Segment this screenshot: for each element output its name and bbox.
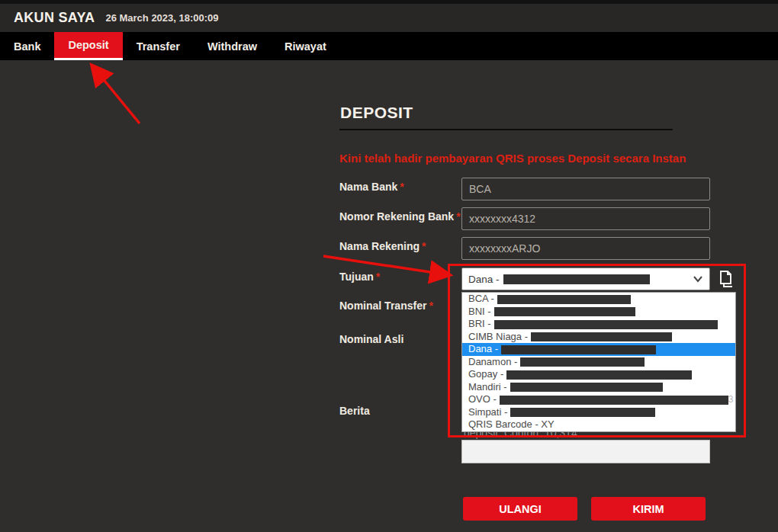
option-label: Simpati - xyxy=(468,406,507,418)
label-text: Nomor Rekening Bank xyxy=(339,210,454,223)
dropdown-option-cimb-niaga[interactable]: CIMB Niaga - xyxy=(462,331,735,344)
deposit-page: AKUN SAYA 26 March 2023, 18:00:09 Bank D… xyxy=(0,0,778,532)
required-asterisk: * xyxy=(376,271,380,283)
dropdown-option-dana[interactable]: Dana - xyxy=(462,343,735,356)
dropdown-option-gopay[interactable]: Gopay - xyxy=(462,368,735,381)
required-asterisk: * xyxy=(456,210,460,223)
nama-rekening-value: xxxxxxxxARJO xyxy=(469,242,540,255)
option-label: OVO - xyxy=(468,393,497,405)
redaction-bar xyxy=(497,295,631,304)
tujuan-selected-value: Dana - xyxy=(468,274,500,285)
qris-notice: Kini telah hadir pembayaran QRIS proses … xyxy=(339,152,686,165)
account-header: AKUN SAYA 26 March 2023, 18:00:09 xyxy=(0,4,778,32)
nominal-transfer-label: Nominal Transfer* xyxy=(339,300,433,312)
tab-withdraw[interactable]: Withdraw xyxy=(194,32,271,60)
tab-riwayat[interactable]: Riwayat xyxy=(271,32,340,60)
required-asterisk: * xyxy=(422,240,426,252)
tujuan-select[interactable]: Dana - xyxy=(461,268,710,290)
dropdown-option-simpati[interactable]: Simpati - xyxy=(462,406,735,419)
redaction-bar xyxy=(506,370,692,380)
dropdown-option-mandiri[interactable]: Mandiri - xyxy=(462,381,735,394)
nama-bank-input[interactable]: BCA xyxy=(461,178,710,200)
option-suffix: 3 xyxy=(728,394,734,405)
required-asterisk: * xyxy=(429,300,432,312)
required-asterisk: * xyxy=(400,181,403,193)
label-text: Nominal Asli xyxy=(339,333,403,345)
dropdown-option-danamon[interactable]: Danamon - xyxy=(462,356,735,369)
option-label: Gopay - xyxy=(468,368,503,380)
label-text: Tujuan xyxy=(339,271,374,283)
berita-label: Berita xyxy=(339,405,370,417)
dropdown-option-qris-barcode[interactable]: QRIS Barcode - XY xyxy=(462,418,735,431)
nomor-rekening-label: Nomor Rekening Bank* xyxy=(339,210,461,223)
redaction-bar xyxy=(500,396,728,405)
option-label: BRI - xyxy=(468,318,491,329)
tujuan-label: Tujuan* xyxy=(339,271,380,283)
tab-deposit[interactable]: Deposit xyxy=(54,32,122,60)
copy-button[interactable] xyxy=(715,267,736,290)
title-divider xyxy=(339,129,673,130)
option-label: CIMB Niaga - xyxy=(468,331,528,342)
option-label: BNI - xyxy=(468,306,491,317)
option-label: QRIS Barcode - XY xyxy=(468,418,555,430)
redaction-bar xyxy=(510,383,663,392)
copy-icon xyxy=(715,268,735,289)
label-text: Berita xyxy=(339,405,370,417)
tujuan-dropdown-list: BCA - BNI - BRI - CIMB Niaga - Dana - Da… xyxy=(461,292,736,432)
dropdown-option-bca[interactable]: BCA - xyxy=(462,293,735,306)
nomor-rekening-value: xxxxxxxx4312 xyxy=(469,213,535,225)
page-title: AKUN SAYA xyxy=(14,10,95,26)
option-label: Danamon - xyxy=(468,356,517,367)
chevron-down-icon xyxy=(693,275,703,283)
label-text: Nama Bank xyxy=(339,181,397,193)
nama-bank-label: Nama Bank* xyxy=(339,181,404,193)
nama-rekening-input[interactable]: xxxxxxxxARJO xyxy=(461,237,710,260)
redaction-bar xyxy=(503,274,650,284)
option-label: Mandiri - xyxy=(468,381,507,393)
redaction-bar xyxy=(510,408,655,417)
dropdown-option-ovo[interactable]: OVO -3 xyxy=(462,393,735,406)
tab-bank[interactable]: Bank xyxy=(0,32,54,60)
option-label: BCA - xyxy=(468,293,494,304)
nomor-rekening-input[interactable]: xxxxxxxx4312 xyxy=(461,207,710,230)
label-text: Nominal Transfer xyxy=(339,300,426,312)
redaction-bar xyxy=(494,307,635,316)
kirim-button[interactable]: KIRIM xyxy=(591,497,706,521)
redaction-bar xyxy=(531,332,672,341)
redaction-bar xyxy=(520,357,645,367)
nominal-asli-label: Nominal Asli xyxy=(339,333,406,345)
option-label: Dana - xyxy=(468,343,498,354)
datetime-label: 26 March 2023, 18:00:09 xyxy=(105,12,218,24)
tab-transfer[interactable]: Transfer xyxy=(123,32,194,60)
label-text: Nama Rekening xyxy=(339,240,420,252)
nama-bank-value: BCA xyxy=(469,183,491,195)
nama-rekening-label: Nama Rekening* xyxy=(339,240,426,252)
dropdown-option-bri[interactable]: BRI - xyxy=(462,318,735,331)
form-title: DEPOSIT xyxy=(340,104,413,122)
redaction-bar xyxy=(501,345,656,354)
arrow-to-deposit-tab xyxy=(95,69,140,123)
redaction-bar xyxy=(494,320,718,329)
ulangi-button[interactable]: ULANGI xyxy=(463,497,577,521)
dropdown-option-bni[interactable]: BNI - xyxy=(462,306,735,319)
main-nav: Bank Deposit Transfer Withdraw Riwayat xyxy=(0,32,778,60)
berita-textarea[interactable] xyxy=(461,440,710,463)
